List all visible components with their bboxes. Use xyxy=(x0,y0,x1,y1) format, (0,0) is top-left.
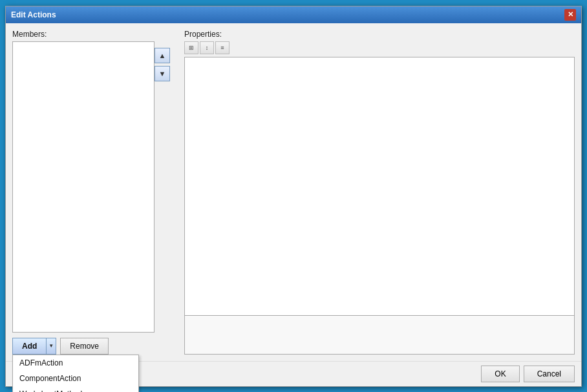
right-panel: Properties: ⊞ ↕ ≡ xyxy=(184,30,575,355)
close-button[interactable]: ✕ xyxy=(564,9,576,21)
dropdown-item-componentaction[interactable]: ComponentAction xyxy=(13,371,138,386)
dropdown-item-adfmaction[interactable]: ADFmAction xyxy=(13,355,138,371)
move-up-button[interactable]: ▲ xyxy=(155,48,170,63)
title-bar: Edit Actions ✕ xyxy=(6,6,581,23)
sort-button[interactable]: ↕ xyxy=(200,41,214,54)
cancel-button[interactable]: Cancel xyxy=(524,366,575,382)
edit-actions-dialog: Edit Actions ✕ Members: ▲ ▼ xyxy=(5,6,582,387)
arrow-buttons: ▲ ▼ xyxy=(155,48,170,81)
add-dropdown-arrow[interactable]: ▼ xyxy=(46,338,56,355)
properties-bottom-area xyxy=(184,316,575,355)
dropdown-item-worksheetmethod[interactable]: WorksheetMethod xyxy=(13,386,138,393)
arrow-up-icon: ▲ xyxy=(159,52,166,59)
properties-label: Properties: xyxy=(184,30,575,39)
dialog-body: Members: ▲ ▼ Add ▼ xyxy=(6,23,581,361)
properties-area[interactable] xyxy=(184,57,575,316)
left-bottom-area: Add ▼ Remove ADFmAction ComponentAction … xyxy=(12,333,155,355)
move-down-button[interactable]: ▼ xyxy=(155,66,170,81)
add-button[interactable]: Add xyxy=(12,338,46,355)
categorized-icon: ⊞ xyxy=(189,45,194,51)
arrow-down-icon: ▼ xyxy=(159,70,166,77)
members-list[interactable] xyxy=(12,41,155,333)
left-panel: Members: ▲ ▼ Add ▼ xyxy=(12,30,155,355)
sort-icon: ↕ xyxy=(206,45,209,51)
ok-button[interactable]: OK xyxy=(481,366,519,382)
bottom-buttons: Add ▼ Remove xyxy=(12,338,155,355)
dropdown-menu: ADFmAction ComponentAction WorksheetMeth… xyxy=(12,355,139,393)
categorized-button[interactable]: ⊞ xyxy=(184,41,198,54)
members-label: Members: xyxy=(12,30,155,39)
remove-button[interactable]: Remove xyxy=(60,338,109,355)
property-pages-icon: ≡ xyxy=(220,45,224,51)
properties-toolbar: ⊞ ↕ ≡ xyxy=(184,41,575,54)
add-button-group: Add ▼ xyxy=(12,338,56,355)
property-pages-button[interactable]: ≡ xyxy=(215,41,229,54)
dialog-title: Edit Actions xyxy=(11,10,56,19)
